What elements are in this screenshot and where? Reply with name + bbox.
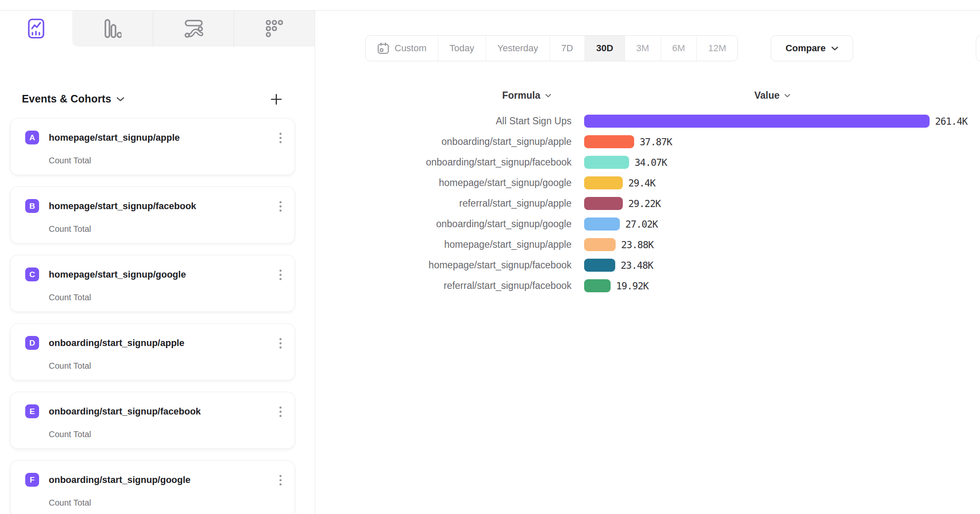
range-today[interactable]: Today xyxy=(438,36,486,61)
chart-row: homepage/start_signup/google 29.4K xyxy=(0,173,980,193)
range-7d[interactable]: 7D xyxy=(550,36,585,61)
compare-button[interactable]: Compare xyxy=(771,35,853,61)
tab-group xyxy=(72,10,315,47)
chart-row: onboarding/start_signup/apple 37.87K xyxy=(0,131,980,152)
chart-row: referral/start_signup/apple 29.22K xyxy=(0,193,980,214)
chevron-down-icon xyxy=(784,94,790,98)
event-metric: Count Total xyxy=(49,361,91,371)
range-label: 7D xyxy=(561,43,573,54)
range-label: 12M xyxy=(708,43,726,54)
tab-insights[interactable] xyxy=(0,10,72,47)
event-title: onboarding/start_signup/facebook xyxy=(49,406,201,417)
chart-bar[interactable] xyxy=(584,115,930,128)
chart-row-label: All Start Sign Ups xyxy=(366,115,572,127)
chart-row: onboarding/start_signup/facebook 34.07K xyxy=(0,152,980,173)
event-card[interactable]: D onboarding/start_signup/apple Count To… xyxy=(10,323,295,380)
range-3m[interactable]: 3M xyxy=(624,36,661,61)
top-divider xyxy=(0,0,980,10)
chevron-down-icon xyxy=(831,46,838,51)
chart-bar-value: 19.92K xyxy=(616,281,648,291)
tab-bar-report[interactable] xyxy=(72,10,153,47)
chart-row-label: onboarding/start_signup/facebook xyxy=(366,157,572,168)
event-title: onboarding/start_signup/apple xyxy=(49,338,184,349)
formula-column-header[interactable]: Formula xyxy=(502,90,551,101)
retention-dots-icon xyxy=(266,20,283,37)
plus-icon xyxy=(270,93,283,106)
flows-icon xyxy=(184,19,203,38)
value-column-header[interactable]: Value xyxy=(754,90,790,101)
events-cohorts-dropdown[interactable]: Events & Cohorts xyxy=(22,93,124,105)
range-label: Yesterday xyxy=(498,43,538,54)
value-header-label: Value xyxy=(754,90,780,101)
chart-bar-value: 23.88K xyxy=(621,239,653,250)
chart-row: All Start Sign Ups 261.4K xyxy=(0,111,980,131)
range-label: Today xyxy=(450,43,474,54)
event-card[interactable]: E onboarding/start_signup/facebook Count… xyxy=(10,392,295,449)
horizontal-bar-chart: All Start Sign Ups 261.4K onboarding/sta… xyxy=(0,111,980,296)
range-label: 30D xyxy=(596,43,613,54)
range-label: 3M xyxy=(636,43,649,54)
chart-bar-value: 27.02K xyxy=(625,219,658,230)
chart-row-label: homepage/start_signup/google xyxy=(366,177,572,189)
range-label: 6M xyxy=(672,43,685,54)
line-chart-card-icon xyxy=(27,18,45,39)
tab-flows[interactable] xyxy=(153,10,234,47)
event-letter-badge: F xyxy=(25,473,39,487)
range-custom[interactable]: Custom xyxy=(366,36,438,61)
chart-row: homepage/start_signup/facebook 23.48K xyxy=(0,255,980,275)
bar-chart-icon xyxy=(104,19,121,38)
kebab-menu-icon[interactable] xyxy=(272,472,289,488)
chart-row: homepage/start_signup/apple 23.88K xyxy=(0,234,980,255)
range-yesterday[interactable]: Yesterday xyxy=(486,36,550,61)
chart-row-label: onboarding/start_signup/google xyxy=(366,218,572,230)
kebab-menu-icon[interactable] xyxy=(272,403,289,420)
event-letter-badge: D xyxy=(25,336,39,350)
chart-bar-value: 34.07K xyxy=(635,157,667,168)
event-metric: Count Total xyxy=(49,498,91,508)
event-title: onboarding/start_signup/google xyxy=(49,475,190,485)
report-type-tabs xyxy=(0,10,315,47)
chart-bar[interactable] xyxy=(584,135,634,148)
chart-bar[interactable] xyxy=(584,156,629,169)
chart-bar[interactable] xyxy=(584,279,611,292)
chart-bar-value: 29.22K xyxy=(628,198,661,209)
chart-bar[interactable] xyxy=(584,218,620,231)
tab-retention[interactable] xyxy=(234,10,315,47)
chart-bar[interactable] xyxy=(584,197,623,210)
chart-row: onboarding/start_signup/google 27.02K xyxy=(0,214,980,234)
chart-row-label: homepage/start_signup/apple xyxy=(366,239,572,250)
chevron-down-icon xyxy=(545,94,551,98)
range-30d[interactable]: 30D xyxy=(585,36,624,61)
range-label: Custom xyxy=(395,43,427,54)
chart-bar-value: 37.87K xyxy=(640,136,672,147)
chart-row-label: referral/start_signup/apple xyxy=(366,198,572,209)
add-event-button[interactable] xyxy=(266,89,286,109)
date-range-control: Custom Today Yesterday xyxy=(365,35,738,61)
chart-row-label: onboarding/start_signup/apple xyxy=(366,136,572,147)
range-12m[interactable]: 12M xyxy=(696,36,738,61)
chart-row: referral/start_signup/facebook 19.92K xyxy=(0,275,980,296)
chart-row-label: homepage/start_signup/facebook xyxy=(366,260,572,271)
chart-bar[interactable] xyxy=(584,259,615,272)
event-letter-badge: E xyxy=(25,404,39,418)
event-card[interactable]: F onboarding/start_signup/google Count T… xyxy=(10,460,295,514)
chart-bar-value: 29.4K xyxy=(628,178,655,189)
kebab-menu-icon[interactable] xyxy=(272,335,289,351)
clipped-edge-button[interactable] xyxy=(976,35,980,61)
chart-row-label: referral/start_signup/facebook xyxy=(366,280,572,291)
chart-bar[interactable] xyxy=(584,176,623,189)
events-cohorts-title: Events & Cohorts xyxy=(22,93,111,105)
formula-header-label: Formula xyxy=(502,90,540,101)
compare-label: Compare xyxy=(785,43,825,54)
chart-bar[interactable] xyxy=(584,238,616,251)
calendar-icon xyxy=(377,42,390,55)
event-metric: Count Total xyxy=(49,430,91,439)
chart-bar-value: 261.4K xyxy=(935,116,967,127)
chevron-down-icon xyxy=(116,97,124,102)
range-6m[interactable]: 6M xyxy=(661,36,697,61)
chart-bar-value: 23.48K xyxy=(621,260,653,271)
